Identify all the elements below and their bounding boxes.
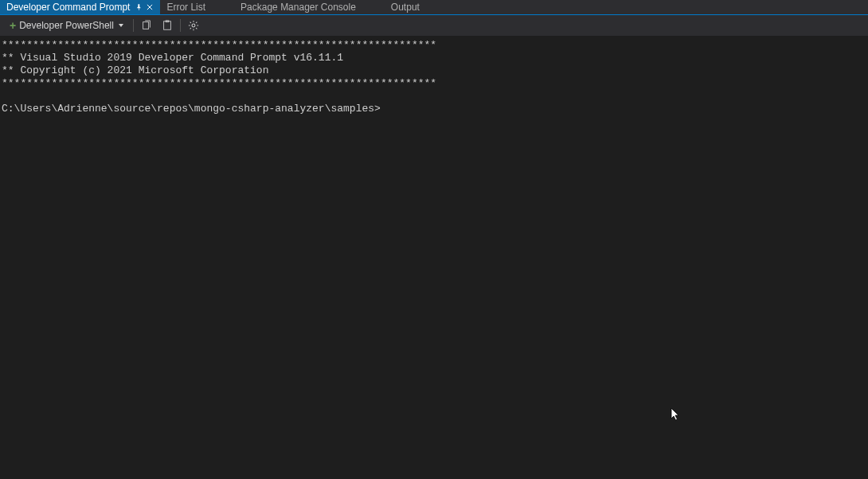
svg-rect-0 — [143, 22, 149, 29]
close-icon[interactable] — [146, 3, 154, 11]
tab-label: Developer Command Prompt — [6, 2, 130, 13]
chevron-down-icon — [119, 24, 123, 27]
new-terminal-button[interactable]: + Developer PowerShell — [5, 18, 128, 33]
svg-rect-1 — [164, 21, 171, 30]
terminal-line: ****************************************… — [2, 39, 436, 51]
terminal-line: ** Visual Studio 2019 Developer Command … — [2, 52, 343, 64]
tab-label: Package Manager Console — [240, 2, 356, 13]
new-terminal-label: Developer PowerShell — [19, 20, 114, 31]
plus-icon: + — [10, 20, 16, 31]
terminal-prompt: C:\Users\Adrienne\source\repos\mongo-csh… — [2, 103, 381, 115]
terminal-line: ** Copyright (c) 2021 Microsoft Corporat… — [2, 64, 268, 76]
paste-icon[interactable] — [159, 18, 175, 33]
gear-icon[interactable] — [186, 18, 201, 33]
separator — [180, 19, 181, 32]
tab-label: Output — [391, 2, 420, 13]
svg-point-3 — [192, 24, 195, 27]
tab-package-manager-console[interactable]: Package Manager Console — [234, 0, 362, 14]
separator — [133, 19, 134, 32]
tab-developer-command-prompt[interactable]: Developer Command Prompt — [0, 0, 160, 14]
terminal-output[interactable]: ****************************************… — [0, 36, 868, 479]
terminal-line: ****************************************… — [2, 77, 436, 89]
tab-label: Error List — [166, 2, 205, 13]
tab-output[interactable]: Output — [385, 0, 426, 14]
copy-icon[interactable] — [139, 18, 154, 33]
panel-tab-bar: Developer Command Prompt Error List Pack… — [0, 0, 868, 15]
terminal-toolbar: + Developer PowerShell — [0, 15, 868, 36]
tab-error-list[interactable]: Error List — [160, 0, 212, 14]
pin-icon[interactable] — [135, 3, 143, 11]
